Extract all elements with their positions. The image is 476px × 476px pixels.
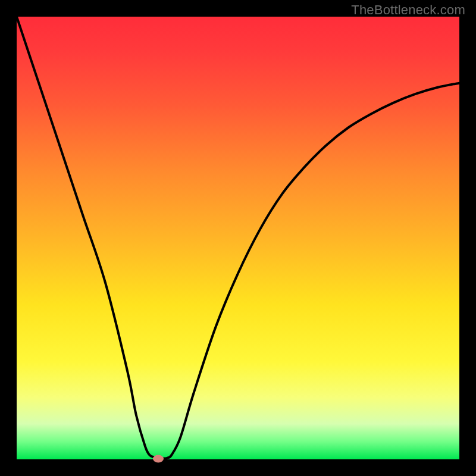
curve-svg (17, 17, 459, 459)
plot-area (17, 17, 459, 459)
curve-marker (153, 455, 164, 462)
bottleneck-curve (17, 17, 459, 459)
chart-frame: TheBottleneck.com (0, 0, 476, 476)
watermark-text: TheBottleneck.com (351, 2, 465, 18)
